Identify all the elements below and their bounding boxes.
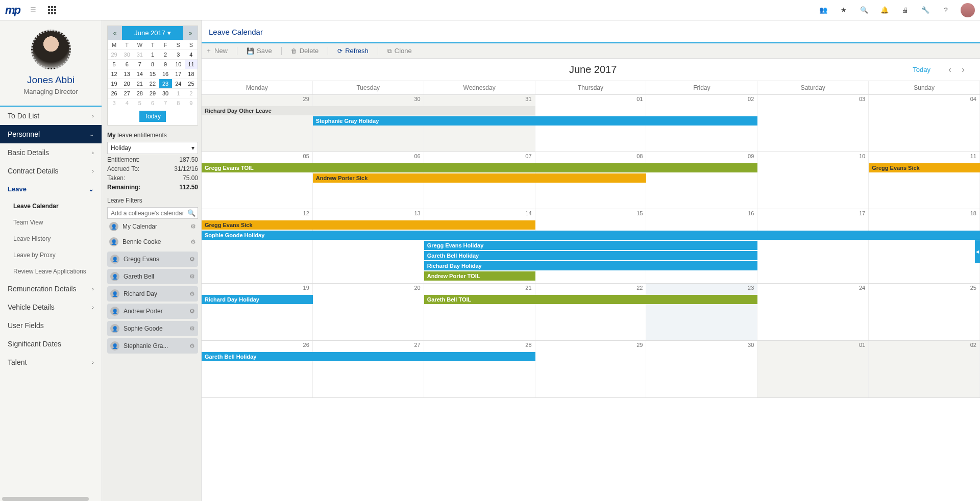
minical-day[interactable]: 3 [108, 98, 120, 108]
gear-icon[interactable]: ⚙ [189, 342, 195, 349]
minical-day[interactable]: 5 [108, 59, 120, 69]
minical-day[interactable]: 14 [133, 69, 146, 79]
delete-button[interactable]: 🗑Delete [291, 47, 319, 55]
search-icon[interactable]: 🔍 [859, 5, 870, 16]
clone-button[interactable]: ⧉Clone [387, 47, 412, 55]
calendar-day-cell[interactable]: 25 [869, 284, 980, 340]
leave-bar[interactable]: Gregg Evans Sick [202, 220, 535, 230]
calendar-day-cell[interactable]: 24 [757, 284, 869, 340]
minical-day[interactable]: 8 [172, 98, 185, 108]
refresh-button[interactable]: ⟳Refresh [337, 47, 369, 55]
calendar-day-cell[interactable]: 05 [202, 152, 313, 209]
gear-icon[interactable]: ⚙ [189, 308, 195, 315]
minical-day[interactable]: 2 [185, 88, 198, 98]
minical-day[interactable]: 11 [185, 59, 198, 69]
leave-bar[interactable]: Andrew Porter TOIL [424, 271, 535, 281]
calendar-filter-person[interactable]: 👤Gregg Evans⚙ [107, 252, 198, 267]
calendar-day-cell[interactable]: 21 [424, 284, 535, 340]
leave-bar[interactable]: Richard Day Holiday [202, 295, 313, 304]
nav-item-leave[interactable]: Leave⌄ [0, 180, 102, 198]
minical-day[interactable]: 16 [159, 69, 172, 79]
minical-day[interactable]: 8 [146, 59, 159, 69]
calendar-day-cell[interactable]: 20 [313, 284, 424, 340]
calendar-filter-person[interactable]: 👤Andrew Porter⚙ [107, 304, 198, 319]
minical-day[interactable]: 26 [108, 88, 120, 98]
calendar-filter-my-calendar[interactable]: 👤 My Calendar ⚙ [107, 219, 198, 234]
minical-today-button[interactable]: Today [139, 111, 166, 122]
leave-bar[interactable]: Richard Day Other Leave [202, 106, 535, 115]
calendar-day-cell[interactable]: 27 [313, 341, 424, 397]
colleague-search[interactable]: 🔍 [107, 207, 198, 219]
minical-day[interactable]: 25 [185, 79, 198, 88]
calendar-day-cell[interactable]: 09 [646, 152, 757, 209]
current-user-avatar[interactable] [961, 3, 975, 17]
leave-bar[interactable]: Gregg Evans Sick [869, 163, 980, 172]
minical-day[interactable]: 2 [159, 49, 172, 59]
gear-icon[interactable]: ⚙ [190, 238, 196, 245]
hamburger-icon[interactable]: ☰ [28, 5, 39, 16]
nav-sub-leave-by-proxy[interactable]: Leave by Proxy [0, 247, 102, 263]
calendar-day-cell[interactable]: 19 [202, 284, 313, 340]
calendar-day-cell[interactable]: 03 [757, 95, 869, 152]
calendar-body[interactable]: 29303101020304Richard Day Other LeaveSte… [202, 95, 980, 501]
minical-day[interactable]: 23 [159, 79, 172, 88]
calendar-day-cell[interactable]: 29 [535, 341, 647, 397]
minical-day[interactable]: 12 [108, 69, 120, 79]
minical-day[interactable]: 6 [146, 98, 159, 108]
colleague-search-input[interactable] [111, 210, 187, 217]
calendar-filter-person[interactable]: 👤Richard Day⚙ [107, 286, 198, 302]
gear-icon[interactable]: ⚙ [189, 273, 195, 280]
minical-prev-button[interactable]: « [108, 26, 122, 40]
minical-day[interactable]: 28 [133, 88, 146, 98]
gear-icon[interactable]: ⚙ [189, 325, 195, 332]
users-icon[interactable]: 👥 [818, 5, 829, 16]
calendar-day-cell[interactable]: 22 [535, 284, 647, 340]
calendar-day-cell[interactable]: 01 [757, 341, 869, 397]
new-button[interactable]: ＋New [206, 46, 228, 55]
gear-icon[interactable]: ⚙ [189, 290, 195, 297]
sidebar-scrollbar[interactable] [2, 497, 89, 501]
minical-day[interactable]: 17 [172, 69, 185, 79]
calendar-day-cell[interactable]: 30 [646, 341, 757, 397]
minical-day[interactable]: 3 [172, 49, 185, 59]
leave-bar[interactable]: Gareth Bell Holiday [424, 251, 758, 260]
leave-bar[interactable]: Gareth Bell Holiday [202, 352, 535, 361]
calendar-prev-button[interactable]: ‹ [943, 64, 957, 75]
leave-bar[interactable]: Andrew Porter Sick [313, 173, 647, 183]
minical-day[interactable]: 30 [120, 49, 133, 59]
nav-item-user-fields[interactable]: User Fields [0, 316, 102, 335]
calendar-filter-person[interactable]: 👤Gareth Bell⚙ [107, 269, 198, 284]
calendar-filter-person[interactable]: 👤Bennie Cooke⚙ [107, 234, 198, 249]
right-drawer-handle[interactable]: ◀ [975, 240, 980, 263]
minical-day[interactable]: 6 [120, 59, 133, 69]
calendar-day-cell[interactable]: 10 [757, 152, 869, 209]
calendar-filter-person[interactable]: 👤Stephanie Gra...⚙ [107, 338, 198, 354]
nav-item-remuneration[interactable]: Remuneration Details› [0, 280, 102, 298]
calendar-day-cell[interactable]: 02 [869, 341, 980, 397]
leave-bar[interactable]: Gareth Bell TOIL [424, 295, 758, 304]
nav-sub-review-leave-applications[interactable]: Review Leave Applications [0, 263, 102, 280]
apps-grid-icon[interactable] [46, 5, 58, 16]
minical-day[interactable]: 9 [159, 59, 172, 69]
minical-day[interactable]: 29 [146, 88, 159, 98]
calendar-day-cell[interactable]: 18 [869, 209, 980, 283]
calendar-next-button[interactable]: › [957, 64, 970, 75]
calendar-day-cell[interactable]: 11 [869, 152, 980, 209]
minical-day[interactable]: 18 [185, 69, 198, 79]
nav-item-talent[interactable]: Talent› [0, 353, 102, 371]
minical-day[interactable]: 29 [108, 49, 120, 59]
search-icon[interactable]: 🔍 [187, 209, 195, 217]
leave-bar[interactable]: Sophie Goode Holiday [202, 231, 980, 240]
nav-sub-leave-calendar[interactable]: Leave Calendar [0, 198, 102, 214]
entitlement-type-dropdown[interactable]: Holiday▾ [107, 142, 198, 154]
minical-day[interactable]: 31 [133, 49, 146, 59]
calendar-day-cell[interactable]: 23 [646, 284, 757, 340]
nav-item-contract-details[interactable]: Contract Details› [0, 162, 102, 180]
calendar-filter-person[interactable]: 👤Sophie Goode⚙ [107, 321, 198, 336]
minical-day[interactable]: 7 [159, 98, 172, 108]
nav-sub-team-view[interactable]: Team View [0, 214, 102, 231]
minical-day[interactable]: 4 [120, 98, 133, 108]
minical-day[interactable]: 21 [133, 79, 146, 88]
minical-day[interactable]: 24 [172, 79, 185, 88]
calendar-day-cell[interactable]: 26 [202, 341, 313, 397]
